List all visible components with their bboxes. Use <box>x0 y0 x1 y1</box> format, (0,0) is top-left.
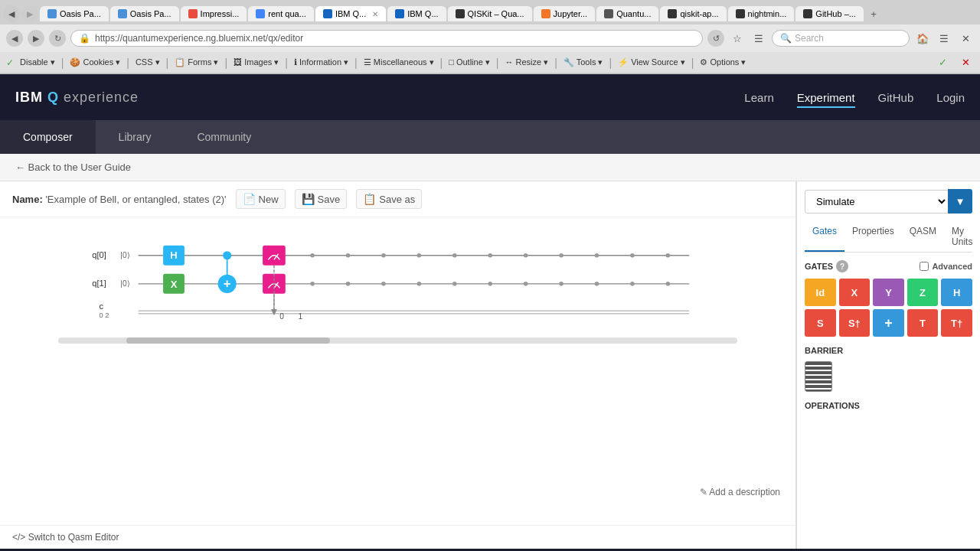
browser-forward-btn[interactable]: ▶ <box>28 30 44 47</box>
browser-tab-10[interactable]: qiskit-ap... <box>660 6 726 21</box>
gate-h[interactable]: H <box>941 279 972 306</box>
browser-tab-6[interactable]: IBM Q... <box>387 6 446 21</box>
svg-point-10 <box>488 253 492 258</box>
switch-qasm-btn[interactable]: </> Switch to Qasm Editor <box>0 525 795 549</box>
gate-t[interactable]: T <box>907 309 939 337</box>
svg-text:+: + <box>224 276 231 291</box>
browser-tab-11[interactable]: nightmin... <box>728 6 795 21</box>
reload-btn[interactable]: ↻ <box>49 30 66 47</box>
panel-tab-properties[interactable]: Properties <box>844 221 902 252</box>
simulate-row: Simulate ▼ <box>805 189 972 214</box>
ext-information[interactable]: ℹ Information ▾ <box>289 56 353 69</box>
gate-s[interactable]: S <box>805 309 836 337</box>
ext-resize[interactable]: ↔ Resize ▾ <box>500 56 553 69</box>
gate-plus[interactable]: + <box>873 309 904 337</box>
scrollbar-thumb[interactable] <box>126 337 330 344</box>
ext-disable[interactable]: Disable ▾ <box>15 56 60 69</box>
q0-label: q[0] <box>92 250 106 259</box>
browser-tab-9[interactable]: Quantu... <box>596 6 658 21</box>
browser-back-btn[interactable]: ◀ <box>6 30 23 47</box>
save-icon: 💾 <box>302 193 315 205</box>
gate-id[interactable]: Id <box>805 279 836 306</box>
q1-label: q[1] <box>92 279 106 288</box>
simulate-arrow-btn[interactable]: ▼ <box>948 189 972 214</box>
operations-section: OPERATIONS <box>805 401 972 410</box>
home-btn[interactable]: 🏠 <box>914 30 931 47</box>
nav-github[interactable]: GitHub <box>878 87 914 108</box>
circuit-scrollbar-area <box>12 334 783 347</box>
circuit-canvas: q[0] |0⟩ q[1] |0⟩ c 0 2 H <box>0 217 795 525</box>
gate-x[interactable]: X <box>839 279 871 306</box>
panel-tab-qasm[interactable]: QASM <box>902 221 944 252</box>
ext-tools[interactable]: 🔧 Tools ▾ <box>559 56 608 69</box>
ext-viewsource[interactable]: ⚡ View Source ▾ <box>613 56 690 69</box>
svg-point-23 <box>559 282 564 286</box>
address-bar[interactable]: 🔒 https://quantumexperience.ng.bluemix.n… <box>70 30 703 47</box>
close-btn-x[interactable]: ✕ <box>957 30 974 47</box>
menu-btn[interactable]: ☰ <box>936 30 952 47</box>
star-btn[interactable]: ☆ <box>729 30 746 47</box>
browser-tab-12[interactable]: GitHub –... <box>795 6 864 21</box>
forward-btn[interactable]: ▶ <box>21 5 38 22</box>
ext-cookies[interactable]: 🍪 Cookies ▾ <box>65 56 125 69</box>
gate-z[interactable]: Z <box>907 279 939 306</box>
svg-point-12 <box>559 253 564 258</box>
svg-point-21 <box>488 282 492 286</box>
nav-learn[interactable]: Learn <box>744 87 773 108</box>
ext-css[interactable]: CSS ▾ <box>131 56 165 69</box>
ext-options[interactable]: ⚙ Options ▾ <box>695 56 750 69</box>
q1-init: |0⟩ <box>120 279 129 288</box>
browser-tab-1[interactable]: Oasis Pa... <box>40 6 109 21</box>
svg-point-26 <box>666 282 671 286</box>
new-button[interactable]: 📄 New <box>236 189 286 209</box>
back-link-anchor[interactable]: ← Back to the User Guide <box>15 161 131 173</box>
gate-y[interactable]: Y <box>873 279 904 306</box>
advanced-toggle[interactable]: Advanced <box>920 262 972 271</box>
browser-tabs: ◀ ▶ Oasis Pa... Oasis Pa... Impressi... … <box>0 0 980 24</box>
browser-tab-4[interactable]: rent qua... <box>248 6 314 21</box>
ext-misc[interactable]: ☰ Miscellaneous ▾ <box>359 56 439 69</box>
tab-library[interactable]: Library <box>96 120 175 154</box>
search-bar[interactable]: 🔍 Search <box>772 30 910 47</box>
back-btn[interactable]: ◀ <box>3 5 20 22</box>
svg-point-15 <box>666 253 671 258</box>
browser-tab-5[interactable]: IBM Q... ✕ <box>315 6 386 21</box>
browser-tab-7[interactable]: QISKit – Qua... <box>448 6 532 21</box>
arrow-q1 <box>271 309 276 315</box>
c-sublabel: 0 2 <box>100 311 109 319</box>
svg-point-11 <box>524 253 528 258</box>
tab-composer[interactable]: Composer <box>0 120 96 154</box>
panel-tab-myunits[interactable]: My Units <box>944 221 980 252</box>
nav-experiment[interactable]: Experiment <box>797 87 855 108</box>
svg-text:X: X <box>171 279 178 290</box>
ext-forms[interactable]: 📋 Forms ▾ <box>170 56 223 69</box>
bookmark-list-btn[interactable]: ☰ <box>750 30 767 47</box>
new-tab-btn[interactable]: + <box>865 5 882 22</box>
gates-help-icon[interactable]: ? <box>836 260 848 272</box>
ext-images[interactable]: 🖼 Images ▾ <box>229 56 283 69</box>
gate-sdg[interactable]: S† <box>839 309 871 337</box>
gate-tdg[interactable]: T† <box>941 309 972 337</box>
barrier-gate[interactable] <box>805 361 832 392</box>
ext-x-icon[interactable]: ✕ <box>957 54 974 71</box>
svg-point-17 <box>346 282 351 286</box>
ext-outline[interactable]: □ Outline ▾ <box>444 56 495 69</box>
scrollbar-track <box>58 337 737 344</box>
simulate-select[interactable]: Simulate <box>805 190 949 214</box>
svg-point-18 <box>381 282 386 286</box>
panel-tab-gates[interactable]: Gates <box>805 221 844 252</box>
ext-check-icon[interactable]: ✓ <box>934 54 951 71</box>
nav-login[interactable]: Login <box>936 87 965 108</box>
experiment-name-label: Name: 'Example of Bell, or entangled, st… <box>12 194 227 205</box>
refresh-btn[interactable]: ↺ <box>707 30 724 47</box>
browser-tab-8[interactable]: Jupyter... <box>534 6 596 21</box>
tab-community[interactable]: Community <box>174 120 274 154</box>
advanced-checkbox[interactable] <box>920 262 929 271</box>
save-as-button[interactable]: 📋 Save as <box>356 189 422 209</box>
browser-tab-2[interactable]: Oasis Pa... <box>110 6 179 21</box>
svg-point-16 <box>310 282 315 286</box>
search-placeholder: Search <box>795 33 824 44</box>
save-button[interactable]: 💾 Save <box>295 189 348 209</box>
browser-tab-3[interactable]: Impressi... <box>181 6 247 21</box>
add-description-btn[interactable]: ✎ Add a description <box>700 487 780 497</box>
